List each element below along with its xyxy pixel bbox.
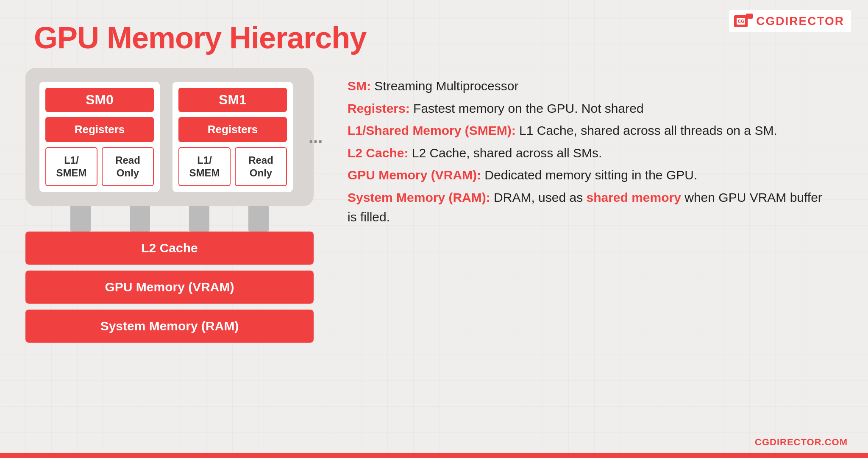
- gpu-memory-bar: GPU Memory (VRAM): [25, 271, 314, 304]
- desc-sm-text: Streaming Multiprocessor: [371, 79, 518, 93]
- sm0-title: SM0: [45, 88, 154, 112]
- desc-sysram-bold: System Memory (RAM):: [348, 190, 490, 204]
- desc-l1smem-text: L1 Cache, shared across all threads on a…: [516, 123, 777, 137]
- desc-registers: Registers: Fastest memory on the GPU. No…: [348, 99, 831, 119]
- ellipsis-label: ...: [304, 128, 323, 147]
- desc-sysram-bold2: shared memory: [586, 190, 681, 204]
- sm0-bottom-row: L1/SMEM ReadOnly: [45, 147, 154, 186]
- connector-pillars: [25, 206, 314, 232]
- desc-sm: SM: Streaming Multiprocessor: [348, 76, 831, 96]
- desc-sysram-text: DRAM, used as: [490, 190, 587, 204]
- pillar-4: [248, 206, 269, 232]
- desc-registers-bold: Registers:: [348, 101, 410, 115]
- sm1-box: SM1 Registers L1/SMEM ReadOnly: [171, 81, 294, 193]
- desc-l1smem-bold: L1/Shared Memory (SMEM):: [348, 123, 516, 137]
- description-area: SM: Streaming Multiprocessor Registers: …: [348, 76, 831, 230]
- sm0-readonly: ReadOnly: [102, 147, 154, 186]
- sm0-registers: Registers: [45, 117, 154, 142]
- desc-vram-bold: GPU Memory (VRAM):: [348, 168, 481, 182]
- logo: CG CGDIRECTOR: [729, 10, 851, 32]
- footer-url: CGDIRECTOR.COM: [755, 437, 848, 448]
- svg-text:CG: CG: [738, 19, 744, 24]
- pillar-1: [70, 206, 91, 232]
- desc-l2cache: L2 Cache: L2 Cache, shared across all SM…: [348, 143, 831, 163]
- desc-l1smem: L1/Shared Memory (SMEM): L1 Cache, share…: [348, 121, 831, 141]
- sm1-readonly: ReadOnly: [235, 147, 287, 186]
- sm0-l1smem: L1/SMEM: [45, 147, 97, 186]
- system-memory-bar: System Memory (RAM): [25, 310, 314, 343]
- sm1-l1smem: L1/SMEM: [178, 147, 231, 186]
- l2-cache-bar: L2 Cache: [25, 232, 314, 265]
- logo-text: CGDIRECTOR: [756, 14, 844, 28]
- sm1-title: SM1: [178, 88, 287, 112]
- desc-vram: GPU Memory (VRAM): Dedicated memory sitt…: [348, 165, 831, 185]
- desc-l2cache-text: L2 Cache, shared across all SMs.: [408, 146, 602, 160]
- gpu-outer-box: SM0 Registers L1/SMEM ReadOnly SM1 Regis…: [25, 68, 314, 206]
- diagram-area: SM0 Registers L1/SMEM ReadOnly SM1 Regis…: [25, 68, 331, 343]
- pillar-2: [130, 206, 150, 232]
- sm0-box: SM0 Registers L1/SMEM ReadOnly: [38, 81, 161, 193]
- desc-sm-bold: SM:: [348, 79, 371, 93]
- desc-registers-text: Fastest memory on the GPU. Not shared: [410, 101, 644, 115]
- page-title: GPU Memory Hierarchy: [34, 20, 366, 55]
- desc-l2cache-bold: L2 Cache:: [348, 146, 408, 160]
- pillar-3: [189, 206, 209, 232]
- svg-rect-2: [746, 14, 753, 19]
- cg-logo-icon: CG: [734, 14, 753, 29]
- desc-vram-text: Dedicated memory sitting in the GPU.: [481, 168, 697, 182]
- sm1-registers: Registers: [178, 117, 287, 142]
- desc-sysram: System Memory (RAM): DRAM, used as share…: [348, 188, 831, 227]
- sm1-bottom-row: L1/SMEM ReadOnly: [178, 147, 287, 186]
- shared-bars: L2 Cache GPU Memory (VRAM) System Memory…: [25, 232, 314, 343]
